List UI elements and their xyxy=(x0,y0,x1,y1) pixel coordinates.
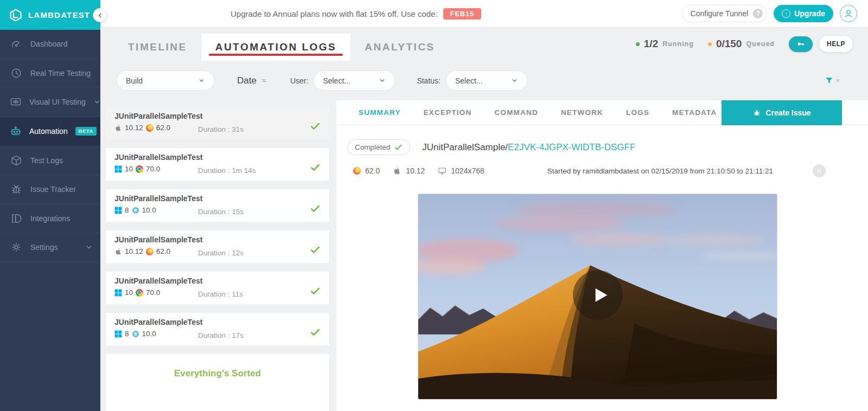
configure-tunnel-button[interactable]: Configure Tunnel ? xyxy=(681,5,768,22)
test-list-item[interactable]: JUnitParallelSampleTest810.0Duration : 1… xyxy=(106,313,329,345)
detail-tab-logs[interactable]: LOGS xyxy=(615,108,661,117)
sidebar-collapse-button[interactable] xyxy=(93,8,107,22)
video-play-button[interactable] xyxy=(573,270,623,320)
browser-version: 70.0 xyxy=(146,288,160,297)
session-meta-row: 62.0 10.12 1024x768 Started by ramitdlam… xyxy=(347,164,868,177)
configure-tunnel-label: Configure Tunnel xyxy=(691,9,749,18)
promo-code-badge[interactable]: FEB15 xyxy=(443,8,481,20)
sidebar-item-integrations[interactable]: Integrations xyxy=(0,204,100,234)
clear-filters-button[interactable]: × xyxy=(825,76,868,85)
test-name: JUnitParallelSampleTest xyxy=(114,277,321,285)
passed-check-icon xyxy=(310,203,321,216)
session-title-prefix: JUnitParallelSample/ xyxy=(422,142,508,152)
sidebar-nav: DashboardReal Time TestingVisual UI Test… xyxy=(0,30,100,262)
detail-tab-summary[interactable]: SUMMARY xyxy=(347,108,412,117)
monitor-icon xyxy=(438,166,446,175)
test-name: JUnitParallelSampleTest xyxy=(114,235,321,244)
gear-icon xyxy=(10,241,23,254)
user-avatar[interactable] xyxy=(840,5,857,22)
tab-timeline[interactable]: TIMELINE xyxy=(114,34,201,61)
check-icon xyxy=(394,143,403,152)
promo-banner: Upgrade to Annual plans now with flat 15… xyxy=(231,8,481,20)
test-list-item[interactable]: JUnitParallelSampleTest1070.0Duration : … xyxy=(106,148,329,181)
test-list-item[interactable]: JUnitParallelSampleTest1070.0Duration : … xyxy=(106,272,329,304)
topbar: Upgrade to Annual plans now with flat 15… xyxy=(100,0,868,27)
windows-icon xyxy=(114,330,122,338)
session-id-link[interactable]: E2JVK-4JGPX-WIDTB-DSGFF xyxy=(508,142,635,152)
test-name: JUnitParallelSampleTest xyxy=(114,194,321,203)
sidebar-item-label: Integrations xyxy=(30,214,70,223)
access-key-button[interactable] xyxy=(789,36,813,52)
sidebar-item-label: Settings xyxy=(30,243,58,252)
main-area: Upgrade to Annual plans now with flat 15… xyxy=(100,0,868,411)
sidebar-item-dashboard[interactable]: Dashboard xyxy=(0,30,100,59)
sidebar-item-real-time-testing[interactable]: Real Time Testing xyxy=(0,59,100,88)
collaborator-badge[interactable]: n xyxy=(813,164,826,177)
chevron-down-icon xyxy=(85,243,93,251)
detail-os-version: 10.12 xyxy=(406,166,425,175)
tab-analytics[interactable]: ANALYTICS xyxy=(350,34,449,61)
lambdatest-logo-icon xyxy=(9,8,23,22)
clear-filter-x-icon: × xyxy=(835,76,840,85)
chevron-down-icon xyxy=(511,77,518,84)
test-environment: 10.1262.0 xyxy=(114,124,170,132)
tab-automation-logs[interactable]: AUTOMATION LOGS xyxy=(201,34,351,61)
test-detail-panel: SUMMARYEXCEPTIONCOMMANDNETWORKLOGSMETADA… xyxy=(336,100,868,411)
upgrade-button[interactable]: ↑ Upgrade xyxy=(774,5,833,22)
chrome-icon xyxy=(136,289,143,297)
create-issue-label: Create Issue xyxy=(765,108,810,117)
test-list-item[interactable]: JUnitParallelSampleTest10.1262.0Duration… xyxy=(106,230,329,263)
apple-icon xyxy=(114,248,122,255)
session-started-text: Started by ramitdlambdatest on 02/15/201… xyxy=(547,167,773,175)
test-list-item[interactable]: JUnitParallelSampleTest10.1262.0Duration… xyxy=(106,107,329,139)
user-filter-select[interactable]: Select... xyxy=(314,70,395,91)
test-duration: Duration : 11s xyxy=(198,290,243,298)
detail-tab-network[interactable]: NETWORK xyxy=(550,108,615,117)
apple-icon xyxy=(114,124,122,132)
sidebar-item-issue-tracker[interactable]: Issue Tracker xyxy=(0,175,100,204)
chevron-down-icon xyxy=(379,77,386,84)
test-duration: Duration : 15s xyxy=(198,208,244,216)
detail-tab-metadata[interactable]: METADATA xyxy=(661,108,728,117)
banner-text: Upgrade to Annual plans now with flat 15… xyxy=(231,9,438,18)
create-issue-button[interactable]: Create Issue xyxy=(722,100,842,125)
key-icon xyxy=(796,39,806,49)
test-list-panel: JUnitParallelSampleTest10.1262.0Duration… xyxy=(106,100,329,411)
windows-icon xyxy=(114,289,122,297)
status-area: 1/2 Running 0/150 Queued HELP xyxy=(636,27,868,61)
test-list: JUnitParallelSampleTest10.1262.0Duration… xyxy=(106,100,329,354)
status-filter-select[interactable]: Select... xyxy=(446,70,527,91)
user-filter-label: User: xyxy=(290,76,308,85)
filter-funnel-icon xyxy=(825,76,834,85)
windows-icon xyxy=(114,165,122,173)
list-footer-message: Everything's Sorted xyxy=(106,354,329,411)
build-filter-select[interactable]: Build xyxy=(117,70,214,91)
detail-tab-exception[interactable]: EXCEPTION xyxy=(412,108,483,117)
queued-count: 0/150 xyxy=(716,38,742,50)
logo-bar: LAMBDATEST xyxy=(0,0,100,30)
status-badge: Completed xyxy=(347,139,410,155)
os-version: 8 xyxy=(125,206,129,214)
date-filter[interactable]: Date xyxy=(237,75,269,86)
test-environment: 810.0 xyxy=(114,206,156,214)
sidebar-item-test-logs[interactable]: Test Logs xyxy=(0,146,100,175)
sidebar-item-automation[interactable]: AutomationBETA xyxy=(0,117,100,146)
detail-tab-command[interactable]: COMMAND xyxy=(483,108,549,117)
test-list-item[interactable]: JUnitParallelSampleTest810.0Duration : 1… xyxy=(106,189,329,222)
windows-icon xyxy=(114,207,122,214)
status-filter-label: Status: xyxy=(417,76,441,85)
dashboard-icon xyxy=(10,37,23,50)
queued-status: 0/150 Queued xyxy=(708,38,775,50)
os-version: 10.12 xyxy=(125,247,143,255)
sort-lines-icon xyxy=(260,76,269,85)
os-version: 10 xyxy=(125,288,133,297)
sidebar-item-visual-ui-testing[interactable]: Visual UI Testing xyxy=(0,88,100,117)
queued-dot-icon xyxy=(708,42,712,46)
upgrade-label: Upgrade xyxy=(794,9,825,18)
test-name: JUnitParallelSampleTest xyxy=(114,153,321,162)
sidebar-item-settings[interactable]: Settings xyxy=(0,233,100,262)
help-button[interactable]: HELP xyxy=(819,36,853,52)
test-duration: Duration : 12s xyxy=(198,249,244,257)
topbar-right: Configure Tunnel ? ↑ Upgrade xyxy=(681,5,868,22)
sidebar: LAMBDATEST DashboardReal Time TestingVis… xyxy=(0,0,100,411)
